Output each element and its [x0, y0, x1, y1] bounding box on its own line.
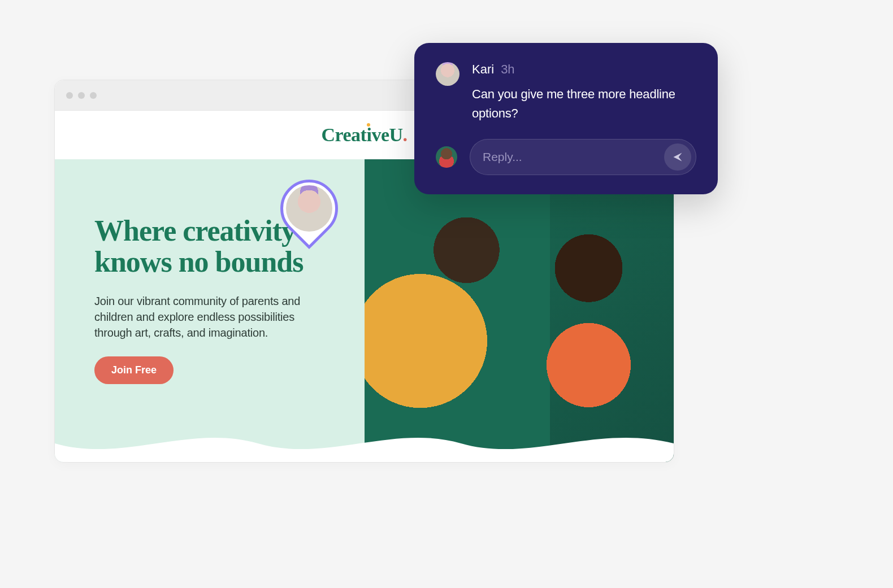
hero-photo: [365, 159, 674, 462]
reply-input-container[interactable]: [470, 139, 696, 175]
join-free-button[interactable]: Join Free: [94, 356, 174, 384]
hero-image-panel: [365, 159, 674, 462]
comment-author-name: Kari: [472, 62, 494, 77]
hero-photo-child: [504, 220, 674, 462]
comment-text: Can you give me three more headline opti…: [472, 85, 696, 123]
logo-dot-icon: .: [403, 124, 408, 145]
comment-card: Kari 3h Can you give me three more headl…: [414, 43, 718, 194]
reply-input[interactable]: [483, 150, 664, 164]
cursor-pin-avatar: [286, 185, 332, 232]
comment-author-avatar[interactable]: [436, 62, 459, 86]
traffic-light-zoom[interactable]: [90, 92, 97, 99]
send-button[interactable]: [664, 143, 691, 171]
traffic-light-minimize[interactable]: [78, 92, 85, 99]
send-icon: [672, 151, 683, 163]
traffic-light-close[interactable]: [66, 92, 73, 99]
comment-timestamp: 3h: [501, 62, 514, 77]
comment-cursor-pin[interactable]: [280, 180, 338, 237]
site-logo[interactable]: CreativeU.: [321, 124, 407, 146]
reply-avatar[interactable]: [436, 146, 457, 168]
hero-section: Where creativity knows no bounds Join ou…: [55, 159, 674, 462]
hero-subtext: Join our vibrant community of parents an…: [94, 293, 309, 341]
